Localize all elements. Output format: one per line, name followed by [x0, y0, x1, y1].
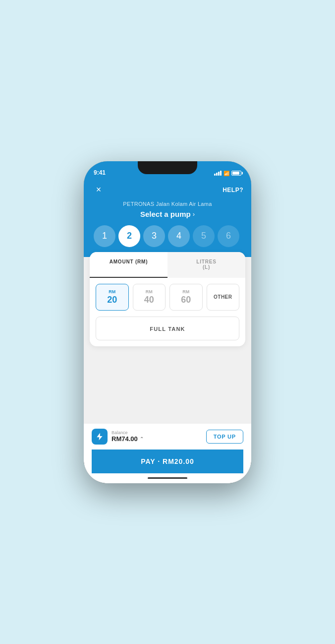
amount-60[interactable]: RM 60 — [169, 284, 203, 311]
amount-20-prefix: RM — [99, 289, 125, 294]
main-card: AMOUNT (RM) LITRES(L) RM 20 RM 40 RM 60 — [90, 252, 245, 346]
help-button[interactable]: HELP? — [223, 187, 243, 193]
select-pump-label: Select a pump — [140, 210, 191, 218]
amount-40-prefix: RM — [136, 289, 163, 294]
status-time: 9:41 — [94, 169, 106, 176]
pump-4[interactable]: 4 — [168, 225, 190, 247]
balance-label: Balance — [112, 430, 144, 435]
chevron-right-icon: › — [193, 210, 195, 218]
pump-5[interactable]: 5 — [193, 225, 215, 247]
header-top: × HELP? — [92, 183, 243, 197]
pump-numbers: 1 2 3 4 5 6 — [92, 225, 243, 247]
wallet-icon — [92, 429, 108, 445]
lightning-icon — [95, 432, 104, 441]
balance-info: Balance RM74.00 ⌃ — [112, 430, 144, 443]
tabs: AMOUNT (RM) LITRES(L) — [90, 252, 245, 278]
full-tank-label: FULL TANK — [150, 326, 185, 332]
amount-40-value: 40 — [144, 295, 154, 305]
pump-1[interactable]: 1 — [94, 225, 115, 247]
topup-button[interactable]: TOP UP — [206, 430, 243, 444]
other-label: OTHER — [214, 294, 232, 300]
tab-amount[interactable]: AMOUNT (RM) — [90, 252, 168, 278]
station-name: PETRONAS Jalan Kolam Air Lama — [92, 201, 243, 207]
home-indicator — [84, 473, 251, 483]
balance-amount: RM74.00 — [112, 435, 138, 443]
wifi-icon: 📶 — [223, 171, 229, 176]
status-icons: 📶 — [214, 171, 241, 176]
header-area: × HELP? PETRONAS Jalan Kolam Air Lama Se… — [84, 179, 251, 257]
home-bar — [148, 477, 187, 479]
notch — [138, 161, 197, 174]
signal-icon — [214, 171, 222, 176]
pump-6[interactable]: 6 — [218, 225, 239, 247]
tab-litres[interactable]: LITRES(L) — [168, 252, 245, 278]
pump-2[interactable]: 2 — [118, 225, 140, 247]
balance-row: Balance RM74.00 ⌃ TOP UP — [92, 429, 243, 445]
caret-up-icon: ⌃ — [140, 436, 144, 442]
amount-60-prefix: RM — [173, 289, 199, 294]
phone-shell: 9:41 📶 × HELP? PETRONAS Jalan Kol — [84, 161, 251, 483]
amount-20-value: 20 — [107, 295, 117, 305]
pay-button[interactable]: PAY · RM20.00 — [92, 450, 243, 473]
close-button[interactable]: × — [92, 183, 106, 197]
pump-3[interactable]: 3 — [143, 225, 165, 247]
amount-20[interactable]: RM 20 — [96, 284, 129, 311]
battery-icon — [231, 171, 241, 176]
amount-options: RM 20 RM 40 RM 60 OTHER — [90, 278, 245, 317]
balance-left: Balance RM74.00 ⌃ — [92, 429, 144, 445]
bottom-section: Balance RM74.00 ⌃ TOP UP PAY · RM20.00 — [84, 424, 251, 473]
phone-screen: 9:41 📶 × HELP? PETRONAS Jalan Kol — [84, 161, 251, 483]
amount-40[interactable]: RM 40 — [133, 284, 166, 311]
content-area — [84, 346, 251, 424]
amount-60-value: 60 — [181, 295, 191, 305]
full-tank-button[interactable]: FULL TANK — [96, 317, 239, 340]
balance-amount-row: RM74.00 ⌃ — [112, 435, 144, 443]
amount-other[interactable]: OTHER — [207, 284, 240, 311]
select-pump-row[interactable]: Select a pump › — [92, 210, 243, 218]
